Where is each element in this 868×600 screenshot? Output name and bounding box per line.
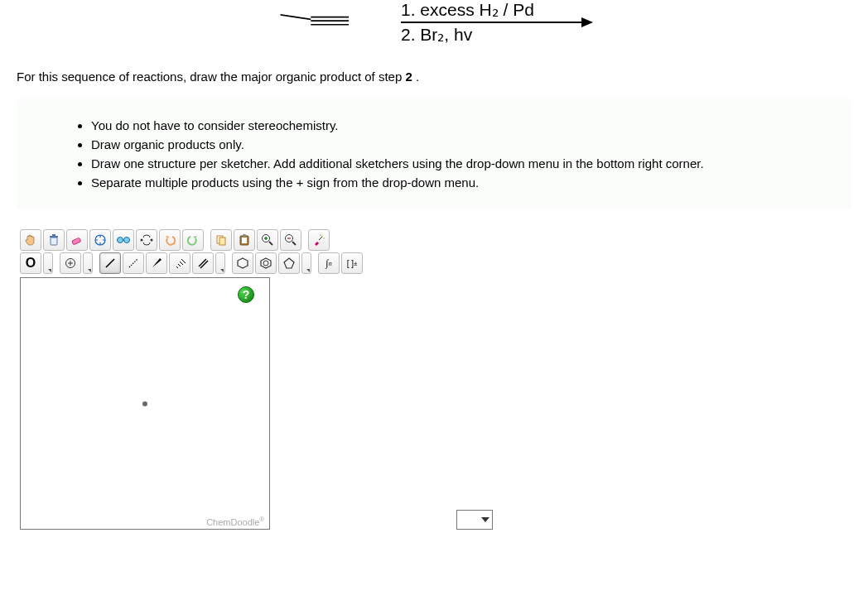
paste-icon[interactable] [234,229,255,251]
ring-dropdown[interactable] [301,252,311,274]
add-sketcher-dropdown[interactable] [456,510,493,530]
hand-tool-icon[interactable] [20,229,41,251]
toolbar-row-2: O ∫n [ ]± [20,252,493,274]
svg-rect-14 [219,238,225,245]
reagents: 1. excess H₂ / Pd 2. Br₂, hv [401,0,591,45]
undo-icon[interactable] [159,229,181,251]
svg-rect-4 [51,238,57,245]
dotted-bond-icon[interactable] [123,252,144,274]
svg-rect-7 [72,238,81,245]
brackets-icon[interactable]: [ ]± [341,252,363,274]
svg-rect-5 [50,236,58,238]
svg-marker-34 [261,258,271,268]
svg-line-29 [180,262,183,265]
cyclohexane-icon[interactable] [232,252,253,274]
benzene-icon[interactable] [255,252,277,274]
svg-rect-17 [243,234,246,237]
svg-point-11 [141,239,143,242]
svg-point-22 [320,234,321,235]
svg-marker-33 [238,258,248,268]
reagent-step-1: 1. excess H₂ / Pd [401,0,591,22]
reaction-arrow [401,22,591,23]
clean-icon[interactable] [308,229,330,251]
flip-icon[interactable] [136,229,157,251]
copy-icon[interactable] [210,229,232,251]
instruction-item: You do not have to consider stereochemis… [91,118,835,132]
redo-icon[interactable] [182,229,204,251]
svg-line-24 [106,259,114,267]
hash-bond-icon[interactable] [169,252,190,274]
chevron-down-icon [481,517,489,522]
bond-dropdown[interactable] [215,252,225,274]
prompt-prefix: For this sequence of reactions, draw the… [17,70,405,84]
prompt-step-number: 2 [405,70,412,84]
charge-dropdown[interactable] [83,252,93,274]
svg-rect-6 [52,234,55,236]
reaction-scheme: 1. excess H₂ / Pd 2. Br₂, hv [17,0,851,61]
cyclopentane-icon[interactable] [278,252,300,274]
drawing-canvas[interactable]: ? ChemDoodle® [20,277,270,530]
svg-line-27 [176,266,178,268]
svg-line-0 [281,15,311,20]
svg-point-9 [118,238,123,243]
svg-point-35 [263,261,268,266]
svg-rect-16 [242,238,247,243]
charge-plus-icon[interactable] [60,252,81,274]
instruction-item: Draw organic products only. [91,137,835,151]
chemdoodle-brand: ChemDoodle® [206,516,264,527]
clear-icon[interactable] [43,229,65,251]
svg-point-10 [124,238,130,243]
zoom-in-icon[interactable] [257,229,278,251]
instructions-box: You do not have to consider stereochemis… [17,98,851,209]
prompt-suffix: . [412,70,419,84]
svg-marker-26 [152,258,162,267]
wedge-bond-icon[interactable] [146,252,167,274]
svg-line-25 [129,259,137,267]
reagent-step-2: 2. Br₂, hv [401,23,591,45]
element-dropdown[interactable] [43,252,53,274]
chain-tool-icon[interactable]: ∫n [318,252,340,274]
center-icon[interactable] [89,229,111,251]
instruction-item: Separate multiple products using the + s… [91,175,835,190]
toolbar-row-1 [20,229,493,251]
svg-point-12 [151,239,153,242]
double-bond-icon[interactable] [192,252,214,274]
single-bond-icon[interactable] [99,252,121,274]
sketcher: O ∫n [ ]± ? [17,226,496,533]
zoom-out-icon[interactable] [280,229,301,251]
question-prompt: For this sequence of reactions, draw the… [17,70,851,84]
placeholder-atom[interactable] [142,401,147,406]
help-icon[interactable]: ? [238,286,254,303]
element-picker[interactable]: O [20,252,41,274]
reactant-structure [277,6,368,39]
svg-point-20 [321,235,323,237]
glasses-icon[interactable] [113,229,134,251]
svg-line-28 [178,264,181,266]
svg-line-30 [181,259,186,263]
svg-marker-36 [284,258,294,268]
erase-icon[interactable] [66,229,88,251]
instruction-item: Draw one structure per sketcher. Add add… [91,156,835,170]
svg-point-21 [323,238,325,239]
